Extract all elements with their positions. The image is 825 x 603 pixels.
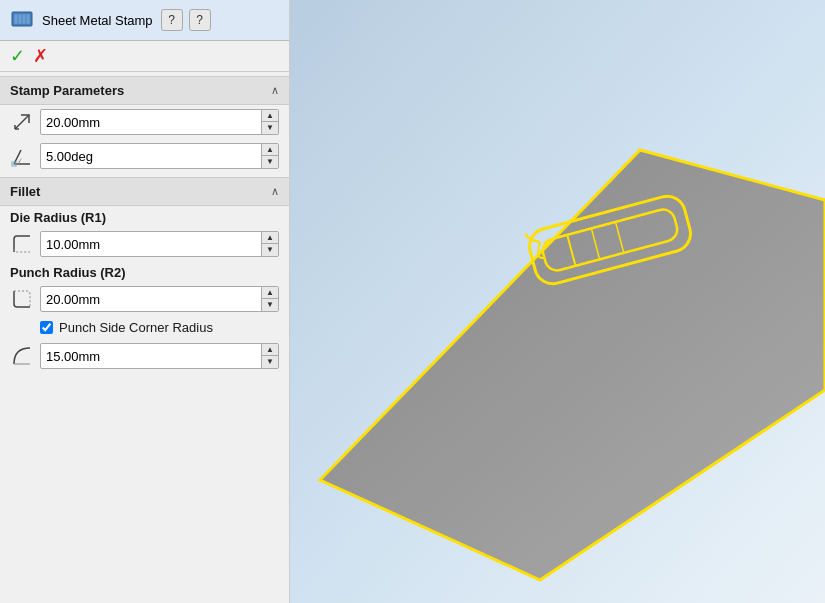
punch-radius-spinner: ▲ ▼ [261, 287, 278, 311]
punch-side-corner-radius-input-wrap[interactable]: ▲ ▼ [40, 343, 279, 369]
depth-icon [10, 110, 34, 134]
angle-increment-btn[interactable]: ▲ [262, 144, 278, 156]
viewport-canvas [290, 0, 825, 603]
die-radius-increment-btn[interactable]: ▲ [262, 232, 278, 244]
punch-radius-icon [10, 287, 34, 311]
depth-decrement-btn[interactable]: ▼ [262, 122, 278, 134]
svg-rect-10 [11, 161, 17, 167]
viewport[interactable] [290, 0, 825, 603]
angle-param-row: ▲ ▼ [0, 139, 289, 173]
punch-radius-label: Punch Radius (R2) [0, 261, 289, 282]
die-radius-spinner: ▲ ▼ [261, 232, 278, 256]
punch-side-corner-radius-input[interactable] [41, 346, 261, 367]
help-icon-2[interactable]: ? [189, 9, 211, 31]
depth-input-wrap[interactable]: ▲ ▼ [40, 109, 279, 135]
depth-param-row: ▲ ▼ [0, 105, 289, 139]
punch-radius-param-row: ▲ ▼ [0, 282, 289, 316]
fillet-section-header[interactable]: Fillet ∧ [0, 177, 289, 206]
angle-input-wrap[interactable]: ▲ ▼ [40, 143, 279, 169]
panel-content: Stamp Parameters ∧ ▲ ▼ [0, 72, 289, 603]
angle-input[interactable] [41, 146, 261, 167]
angle-icon [10, 144, 34, 168]
punch-radius-decrement-btn[interactable]: ▼ [262, 299, 278, 311]
stamp-parameters-title: Stamp Parameters [10, 83, 124, 98]
punch-side-corner-radius-increment-btn[interactable]: ▲ [262, 344, 278, 356]
header-icons: ? ? [161, 9, 211, 31]
punch-radius-input-wrap[interactable]: ▲ ▼ [40, 286, 279, 312]
angle-spinner: ▲ ▼ [261, 144, 278, 168]
stamp-parameters-chevron: ∧ [271, 84, 279, 97]
svg-line-5 [15, 115, 29, 129]
die-radius-param-row: ▲ ▼ [0, 227, 289, 261]
die-radius-input-wrap[interactable]: ▲ ▼ [40, 231, 279, 257]
depth-increment-btn[interactable]: ▲ [262, 110, 278, 122]
punch-side-corner-radius-param-row: ▲ ▼ [0, 339, 289, 373]
left-panel: Sheet Metal Stamp ? ? ✓ ✗ Stamp Paramete… [0, 0, 290, 603]
punch-side-corner-checkbox-row[interactable]: Punch Side Corner Radius [0, 316, 289, 339]
angle-decrement-btn[interactable]: ▼ [262, 156, 278, 168]
action-bar: ✓ ✗ [0, 41, 289, 72]
punch-side-corner-radius-icon [10, 344, 34, 368]
punch-side-corner-checkbox-label: Punch Side Corner Radius [59, 320, 213, 335]
fillet-chevron: ∧ [271, 185, 279, 198]
stamp-parameters-section-header[interactable]: Stamp Parameters ∧ [0, 76, 289, 105]
die-radius-input[interactable] [41, 234, 261, 255]
die-radius-label: Die Radius (R1) [0, 206, 289, 227]
cancel-button[interactable]: ✗ [33, 47, 48, 65]
sheet-metal-icon [10, 8, 34, 32]
confirm-button[interactable]: ✓ [10, 47, 25, 65]
punch-radius-input[interactable] [41, 289, 261, 310]
depth-input[interactable] [41, 112, 261, 133]
panel-title: Sheet Metal Stamp [42, 13, 153, 28]
help-icon-1[interactable]: ? [161, 9, 183, 31]
panel-header: Sheet Metal Stamp ? ? [0, 0, 289, 41]
depth-spinner: ▲ ▼ [261, 110, 278, 134]
punch-side-corner-checkbox[interactable] [40, 321, 53, 334]
punch-side-corner-radius-spinner: ▲ ▼ [261, 344, 278, 368]
die-radius-icon [10, 232, 34, 256]
fillet-title: Fillet [10, 184, 40, 199]
punch-side-corner-radius-decrement-btn[interactable]: ▼ [262, 356, 278, 368]
punch-radius-increment-btn[interactable]: ▲ [262, 287, 278, 299]
die-radius-decrement-btn[interactable]: ▼ [262, 244, 278, 256]
